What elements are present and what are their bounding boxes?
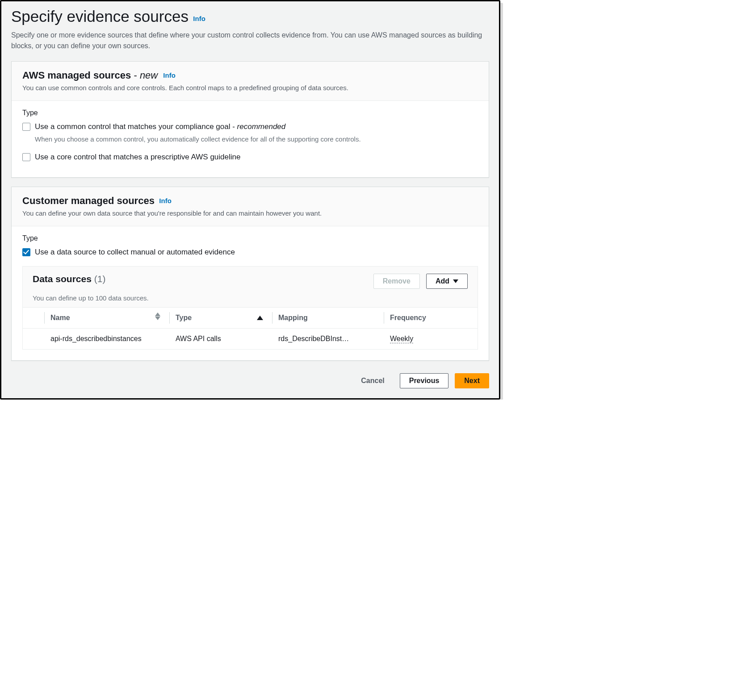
column-mapping-label: Mapping	[278, 314, 308, 322]
aws-managed-sources-panel: AWS managed sources - new Info You can u…	[11, 61, 489, 178]
page-description: Specify one or more evidence sources tha…	[11, 30, 489, 51]
aws-panel-subtext: You can use common controls and core con…	[22, 84, 478, 92]
option-core-label: Use a core control that matches a prescr…	[35, 152, 240, 163]
data-sources-count: (1)	[94, 274, 106, 284]
customer-managed-sources-panel: Customer managed sources Info You can de…	[11, 187, 489, 361]
previous-button-label: Previous	[409, 377, 440, 385]
customer-type-label: Type	[22, 234, 478, 242]
column-type-label: Type	[176, 314, 192, 322]
option-common-control[interactable]: Use a common control that matches your c…	[22, 121, 478, 144]
add-button-label: Add	[436, 277, 449, 285]
previous-button[interactable]: Previous	[400, 373, 449, 388]
aws-panel-title-new: new	[140, 70, 158, 81]
column-name[interactable]: Name	[44, 307, 169, 328]
option-data-source[interactable]: Use a data source to collect manual or a…	[22, 247, 478, 258]
column-frequency-label: Frequency	[390, 314, 426, 322]
customer-panel-title: Customer managed sources	[22, 195, 155, 206]
checkbox-icon[interactable]	[22, 123, 30, 131]
data-sources-subpanel: Data sources (1) Remove Add	[22, 266, 478, 350]
option-core-control[interactable]: Use a core control that matches a prescr…	[22, 152, 478, 163]
option-common-hint: When you choose a common control, you au…	[35, 134, 361, 144]
option-common-recommended: recommended	[237, 122, 286, 131]
option-common-label: Use a common control that matches your c…	[35, 122, 237, 131]
checkbox-icon[interactable]	[22, 153, 30, 161]
page-header: Specify evidence sources Info Specify on…	[1, 1, 499, 61]
aws-panel-title: AWS managed sources - new	[22, 70, 160, 81]
panel-header: AWS managed sources - new Info You can u…	[12, 62, 489, 101]
aws-panel-title-dash: -	[134, 70, 139, 81]
next-button-label: Next	[464, 377, 480, 385]
data-sources-title: Data sources	[33, 274, 92, 284]
add-button[interactable]: Add	[426, 274, 468, 289]
column-type[interactable]: Type	[169, 307, 272, 328]
customer-panel-subtext: You can define your own data source that…	[22, 209, 478, 217]
customer-panel-info-link[interactable]: Info	[159, 197, 172, 204]
wizard-nav: Cancel Previous Next	[1, 370, 499, 396]
sort-icon	[155, 317, 160, 320]
cancel-button-label: Cancel	[361, 377, 384, 385]
data-sources-table: Name Type	[23, 307, 478, 349]
checkbox-checked-icon[interactable]	[22, 248, 30, 256]
next-button[interactable]: Next	[455, 373, 489, 388]
aws-panel-body: Type Use a common control that matches y…	[12, 101, 489, 177]
cell-mapping: rds_DescribeDBInst…	[272, 328, 384, 349]
wizard-step-evidence-sources: Specify evidence sources Info Specify on…	[0, 0, 500, 400]
aws-panel-title-main: AWS managed sources	[22, 70, 134, 81]
page-title: Specify evidence sources	[11, 8, 189, 25]
data-sources-subtext: You can define up to 100 data sources.	[33, 294, 468, 302]
customer-panel-body: Type Use a data source to collect manual…	[12, 226, 489, 360]
column-name-label: Name	[50, 314, 70, 322]
aws-panel-info-link[interactable]: Info	[163, 71, 176, 79]
page-info-link[interactable]: Info	[193, 15, 205, 22]
remove-button-label: Remove	[383, 277, 411, 285]
sort-asc-icon	[257, 316, 263, 320]
column-frequency[interactable]: Frequency	[384, 307, 478, 328]
cell-name: api-rds_describedbinstances	[44, 328, 169, 349]
cell-frequency-value: Weekly	[390, 335, 413, 343]
cancel-button[interactable]: Cancel	[352, 373, 393, 388]
aws-type-label: Type	[22, 109, 478, 117]
cell-frequency[interactable]: Weekly	[384, 328, 478, 349]
panel-header: Customer managed sources Info You can de…	[12, 187, 489, 226]
cell-type: AWS API calls	[169, 328, 272, 349]
remove-button[interactable]: Remove	[373, 274, 420, 289]
option-data-source-label: Use a data source to collect manual or a…	[35, 247, 235, 258]
caret-down-icon	[453, 279, 458, 283]
column-mapping[interactable]: Mapping	[272, 307, 384, 328]
table-row[interactable]: api-rds_describedbinstances AWS API call…	[23, 328, 478, 349]
